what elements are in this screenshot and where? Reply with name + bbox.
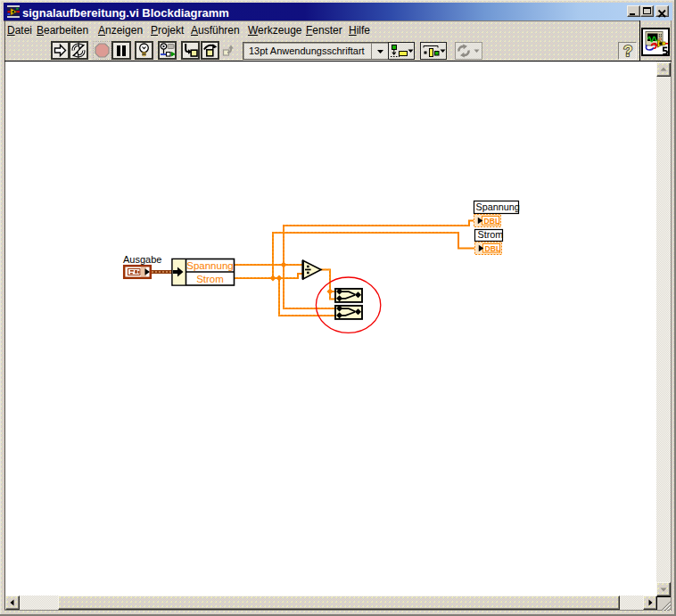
svg-text:Strom: Strom <box>196 274 224 284</box>
svg-text:Spannung: Spannung <box>476 201 520 212</box>
svg-text:Spannung: Spannung <box>186 260 233 271</box>
svg-text:Strom: Strom <box>478 229 504 240</box>
svg-text:DBL: DBL <box>485 244 501 253</box>
svg-text:Ausgabe: Ausgabe <box>123 254 161 265</box>
svg-text:DBL: DBL <box>484 217 500 226</box>
